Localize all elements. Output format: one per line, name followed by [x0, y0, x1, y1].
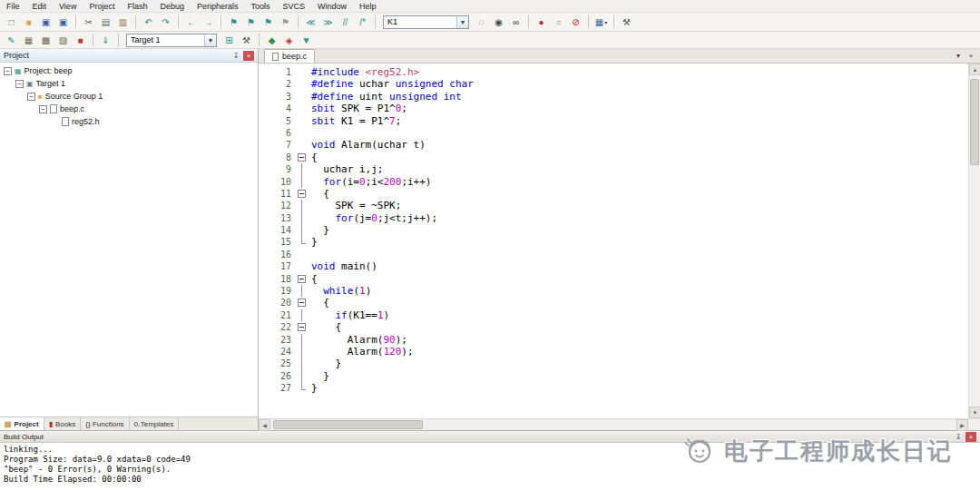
scroll-up-icon[interactable]: ▲	[969, 64, 980, 75]
code-line[interactable]: 20 {	[259, 297, 968, 309]
menu-item-project[interactable]: Project	[83, 0, 121, 13]
target-select[interactable]: Target 1▼	[126, 34, 217, 47]
code-line[interactable]: 7void Alarm(uchar t)	[259, 139, 968, 151]
code-line[interactable]: 11 {	[259, 188, 968, 200]
fold-box-icon[interactable]	[298, 323, 306, 331]
panel-tab-books[interactable]: ▮Books	[44, 417, 82, 430]
build-icon[interactable]: ▦	[21, 33, 36, 47]
bookmark-toggle-icon[interactable]: ⚑	[226, 15, 241, 29]
menu-item-flash[interactable]: Flash	[121, 0, 153, 13]
redo-icon[interactable]: ↷	[158, 15, 173, 29]
configure-icon[interactable]: ⚒	[619, 15, 634, 29]
fold-collapse-icon[interactable]	[297, 152, 308, 163]
horizontal-scrollbar[interactable]: ◀ ▶	[259, 418, 980, 430]
chevron-down-icon[interactable]: ▼	[456, 16, 468, 28]
incremental-find-icon[interactable]: ∞	[508, 15, 524, 29]
fold-box-icon[interactable]	[298, 275, 306, 283]
code-line[interactable]: 19 while(1)	[259, 285, 968, 297]
find-combo[interactable]: K1▼	[383, 15, 469, 29]
uncomment-icon[interactable]: /*	[355, 15, 370, 29]
tab-close-icon[interactable]: ×	[965, 51, 976, 61]
close-icon[interactable]: ×	[965, 432, 976, 442]
outdent-icon[interactable]: ≪	[303, 15, 318, 29]
translate-file-icon[interactable]: ✎	[4, 33, 19, 47]
scroll-right-icon[interactable]: ▶	[956, 419, 968, 431]
code-line[interactable]: 21 if(K1==1)	[259, 309, 968, 321]
code-line[interactable]: 3#define uint unsigned int	[259, 91, 968, 103]
pack-installer-icon[interactable]: ▼	[299, 33, 314, 47]
save-icon[interactable]: ▣	[38, 15, 54, 29]
navigate-back-icon[interactable]: ←	[183, 15, 199, 29]
menu-item-tools[interactable]: Tools	[244, 0, 276, 13]
panel-tab-0-templates[interactable]: 0․Templates	[130, 417, 180, 430]
fold-collapse-icon[interactable]	[297, 273, 308, 285]
menu-item-peripherals[interactable]: Peripherals	[191, 0, 245, 13]
menu-item-svcs[interactable]: SVCS	[277, 0, 312, 13]
download-icon[interactable]: ⇓	[98, 33, 113, 47]
code-line[interactable]: 24 Alarm(120);	[259, 346, 968, 358]
tree-item-project-beep[interactable]: −Project: beep	[0, 64, 258, 77]
code-line[interactable]: 17void main()	[259, 260, 968, 272]
fold-box-icon[interactable]	[298, 153, 306, 162]
tree-item-source-group-1[interactable]: −Source Group 1	[0, 90, 258, 103]
code-line[interactable]: 9 uchar i,j;	[259, 163, 968, 175]
indent-icon[interactable]: ≫	[320, 15, 336, 29]
fold-box-icon[interactable]	[298, 190, 306, 198]
comment-icon[interactable]: //	[338, 15, 353, 29]
menu-item-edit[interactable]: Edit	[26, 0, 54, 13]
code-line[interactable]: 27}	[259, 382, 968, 394]
run-env-icon[interactable]: ◆	[264, 33, 279, 47]
tab-beep-c[interactable]: beep.c	[264, 49, 315, 63]
code-line[interactable]: 4sbit SPK = P1^0;	[259, 103, 968, 114]
menu-item-help[interactable]: Help	[353, 0, 383, 13]
fold-box-icon[interactable]	[298, 299, 306, 307]
code-line[interactable]: 26 }	[259, 370, 968, 382]
paste-icon[interactable]: ▥	[115, 15, 131, 29]
code-area[interactable]: 1#include <reg52.h>2#define uchar unsign…	[259, 64, 968, 418]
code-line[interactable]: 22 {	[259, 321, 968, 333]
code-line[interactable]: 2#define uchar unsigned char	[259, 78, 968, 90]
pin-icon[interactable]: ↧	[953, 432, 964, 442]
expand-collapse-icon[interactable]: −	[15, 80, 24, 88]
expand-collapse-icon[interactable]: −	[39, 105, 47, 113]
breakpoint-kill-icon[interactable]: ⊘	[568, 15, 583, 29]
navigate-forward-icon[interactable]: →	[201, 15, 216, 29]
code-line[interactable]: 13 for(j=0;j<t;j++);	[259, 212, 968, 224]
code-line[interactable]: 23 Alarm(90);	[259, 334, 968, 346]
cut-icon[interactable]: ✂	[81, 15, 96, 29]
tree-item-target-1[interactable]: −Target 1	[0, 77, 258, 90]
horizontal-scroll-thumb[interactable]	[273, 420, 423, 429]
code-line[interactable]: 14 }	[259, 224, 968, 236]
vertical-scroll-track[interactable]	[969, 75, 980, 407]
code-line[interactable]: 15}	[259, 236, 968, 248]
bookmark-clear-icon[interactable]: ⚑	[278, 15, 293, 29]
chevron-down-icon[interactable]: ▼	[204, 34, 216, 46]
expand-collapse-icon[interactable]: −	[27, 93, 35, 101]
copy-icon[interactable]: ▤	[98, 15, 113, 29]
tree-item-reg52-h[interactable]: reg52.h	[0, 115, 258, 128]
find-icon[interactable]: ◌	[474, 15, 489, 29]
debug-session-icon[interactable]: ◈	[281, 33, 297, 47]
rebuild-icon[interactable]: ▩	[38, 33, 54, 47]
menu-item-window[interactable]: Window	[311, 0, 353, 13]
vertical-scrollbar[interactable]: ▲ ▼	[968, 64, 980, 418]
open-folder-icon[interactable]: ■	[21, 15, 36, 29]
breakpoint-disable-icon[interactable]: ○	[551, 15, 566, 29]
scroll-down-icon[interactable]: ▼	[969, 407, 980, 418]
fold-collapse-icon[interactable]	[297, 321, 308, 333]
find-in-files-icon[interactable]: ◉	[491, 15, 506, 29]
code-line[interactable]: 12 SPK = ~SPK;	[259, 200, 968, 211]
chevron-down-icon[interactable]: ▾	[604, 19, 607, 25]
tree-item-beep-c[interactable]: −beep.c	[0, 103, 258, 115]
options-icon[interactable]: ⚒	[239, 33, 254, 47]
batch-build-icon[interactable]: ▨	[55, 33, 71, 47]
stop-build-icon[interactable]: ■	[73, 33, 88, 47]
code-line[interactable]: 10 for(i=0;i<200;i++)	[259, 176, 968, 188]
new-file-icon[interactable]: □	[4, 15, 19, 29]
scroll-left-icon[interactable]: ◀	[259, 419, 270, 431]
code-line[interactable]: 1#include <reg52.h>	[259, 66, 968, 78]
code-line[interactable]: 25 }	[259, 358, 968, 369]
code-line[interactable]: 6	[259, 127, 968, 139]
undo-icon[interactable]: ↶	[141, 15, 156, 29]
code-line[interactable]: 18{	[259, 273, 968, 285]
